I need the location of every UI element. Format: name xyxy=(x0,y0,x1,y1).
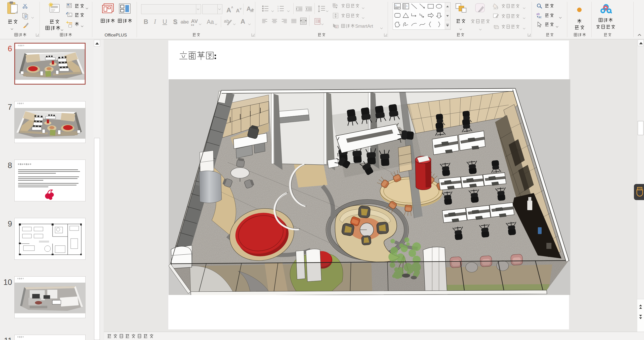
svg-text:A: A xyxy=(406,5,408,7)
svg-text:ac: ac xyxy=(538,15,542,19)
svg-text:A: A xyxy=(395,4,396,7)
